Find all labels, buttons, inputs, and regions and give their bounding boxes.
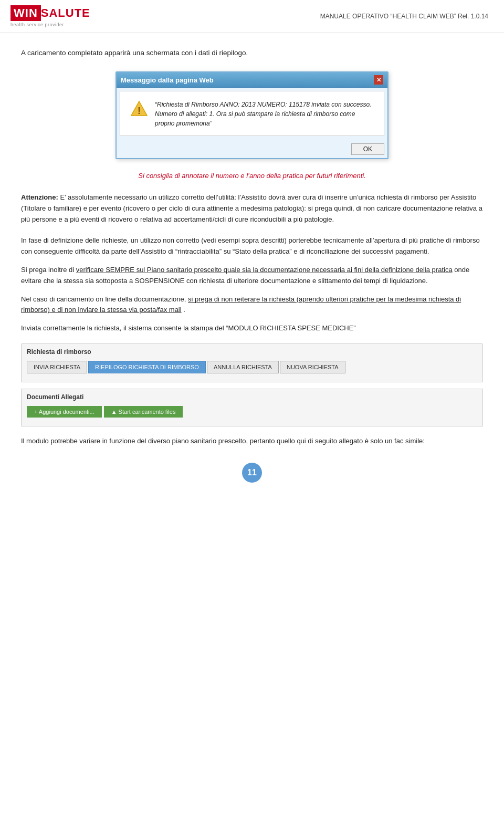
dialog-warning-icon: ! [130, 100, 149, 120]
dialog-title: Messaggio dalla pagina Web [121, 76, 214, 84]
paragraph-2-underline: verificare SEMPRE sul Piano sanitario pr… [76, 266, 453, 274]
documenti-panel-title: Documenti Allegati [27, 393, 477, 401]
attention-section: Attenzione: E’ assolutamente necessario … [21, 192, 483, 225]
document-title: MANUALE OPERATIVO “HEALTH CLAIM WEB” Rel… [320, 13, 488, 20]
ui-panel-wrapper: Richiesta di rimborso INVIA RICHIESTA RI… [21, 343, 483, 426]
attention-text: E’ assolutamente necessario un utilizzo … [21, 193, 482, 223]
dialog-close-button[interactable]: ✕ [374, 75, 383, 85]
documenti-allegati-panel: Documenti Allegati + Aggiungi documenti.… [21, 389, 483, 426]
docs-buttons-row: + Aggiungi documenti... ▲ Start caricame… [27, 406, 477, 418]
paragraph-3-suffix: . [182, 306, 185, 314]
start-caricamento-button[interactable]: ▲ Start caricamento files [104, 406, 183, 418]
aggiungi-documenti-button[interactable]: + Aggiungi documenti... [27, 406, 102, 418]
logo-salute: SALUTE [41, 6, 90, 20]
dialog-body: ! “Richiesta di Rimborso ANNO: 2013 NUME… [120, 91, 384, 136]
paragraph-3: Nel caso di caricamento on line della do… [21, 294, 483, 316]
main-content: A caricamento completato apparirà una sc… [0, 33, 504, 504]
footer-text: Il modulo potrebbe variare in funzione d… [21, 436, 483, 447]
logo-win: WIN [10, 5, 41, 21]
paragraph-4: Inviata correttamente la richiesta, il s… [21, 323, 483, 334]
dialog-content-row: ! “Richiesta di Rimborso ANNO: 2013 NUME… [130, 100, 374, 128]
logo-area: WINSALUTE health service provider [10, 5, 90, 27]
invia-richiesta-button[interactable]: INVIA RICHIESTA [27, 361, 87, 373]
ui-buttons-row: INVIA RICHIESTA RIEPILOGO RICHIESTA DI R… [27, 361, 477, 373]
paragraph-1: In fase di definizione delle richieste, … [21, 235, 483, 257]
annulla-richiesta-button[interactable]: ANNULLA RICHIESTA [207, 361, 279, 373]
intro-text: A caricamento completato apparirà una sc… [21, 49, 483, 57]
riepilogo-richiesta-button[interactable]: RIEPILOGO RICHIESTA DI RIMBORSO [88, 361, 206, 373]
dialog-message: “Richiesta di Rimborso ANNO: 2013 NUMERO… [155, 100, 374, 128]
logo-subtitle: health service provider [10, 22, 90, 27]
dialog-ok-button[interactable]: OK [351, 143, 384, 155]
page-number-area: 11 [21, 463, 483, 483]
advisory-text: Si consiglia di annotare il numero e l’a… [21, 172, 483, 180]
richiesta-panel-title: Richiesta di rimborso [27, 348, 477, 356]
paragraph-3-prefix: Nel caso di caricamento on line della do… [21, 295, 188, 303]
dialog-box: Messaggio dalla pagina Web ✕ ! “Richiest… [116, 71, 388, 159]
paragraph-2: Si prega inoltre di verificare SEMPRE su… [21, 265, 483, 287]
nuova-richiesta-button[interactable]: NUOVA RICHIESTA [280, 361, 345, 373]
dialog-wrapper: Messaggio dalla pagina Web ✕ ! “Richiest… [21, 71, 483, 159]
attention-label: Attenzione: [21, 193, 58, 201]
page-header: WINSALUTE health service provider MANUAL… [0, 0, 504, 33]
logo: WINSALUTE [10, 5, 90, 21]
dialog-titlebar: Messaggio dalla pagina Web ✕ [117, 72, 387, 88]
richiesta-panel: Richiesta di rimborso INVIA RICHIESTA RI… [21, 343, 483, 382]
svg-text:!: ! [138, 106, 141, 116]
dialog-ok-row: OK [117, 139, 387, 158]
paragraph-2-prefix: Si prega inoltre di [21, 266, 76, 274]
page-number: 11 [242, 463, 262, 483]
